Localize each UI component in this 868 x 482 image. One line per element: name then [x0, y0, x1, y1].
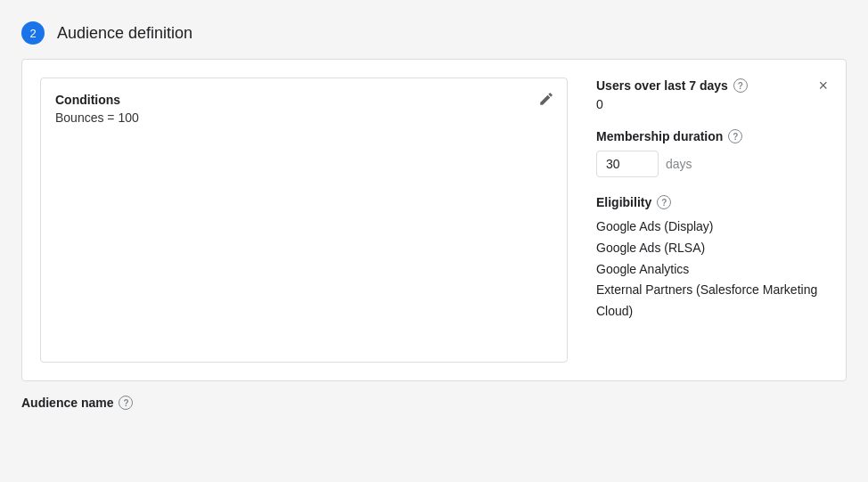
audience-definition-section: 2 Audience definition Conditions Bounces… [21, 21, 847, 410]
conditions-value: Bounces = 100 [55, 110, 553, 125]
section-title: Audience definition [57, 24, 192, 43]
eligibility-item: Google Analytics [596, 259, 828, 281]
eligibility-row: Eligibility ? Google Ads (Display)Google… [596, 195, 828, 323]
section-header: 2 Audience definition [21, 21, 847, 45]
users-label: Users over last 7 days [596, 78, 728, 93]
users-count: 0 [596, 97, 828, 111]
eligibility-label: Eligibility [596, 195, 651, 209]
conditions-label: Conditions [55, 93, 553, 107]
eligibility-item: External Partners (Salesforce Marketing … [596, 280, 828, 323]
step-badge: 2 [21, 21, 45, 45]
users-label-row: Users over last 7 days ? [596, 78, 748, 93]
users-row: Users over last 7 days ? × 0 [596, 78, 828, 111]
conditions-panel: Conditions Bounces = 100 [40, 78, 568, 363]
edit-button[interactable] [535, 87, 558, 113]
right-panel: Users over last 7 days ? × 0 Membership … [596, 78, 828, 363]
eligibility-help-icon[interactable]: ? [657, 195, 671, 209]
duration-input[interactable] [596, 151, 659, 177]
duration-input-row: days [596, 151, 828, 177]
eligibility-list: Google Ads (Display)Google Ads (RLSA)Goo… [596, 216, 828, 323]
audience-name-help-icon[interactable]: ? [119, 396, 133, 410]
eligibility-label-row: Eligibility ? [596, 195, 828, 209]
eligibility-item: Google Ads (RLSA) [596, 238, 828, 259]
membership-row: Membership duration ? days [596, 129, 828, 177]
membership-help-icon[interactable]: ? [728, 129, 742, 143]
eligibility-item: Google Ads (Display) [596, 216, 828, 238]
pencil-icon [538, 91, 554, 107]
users-close-button[interactable]: × [818, 78, 828, 94]
duration-unit: days [666, 157, 692, 171]
users-header: Users over last 7 days ? × [596, 78, 828, 94]
membership-label: Membership duration [596, 129, 723, 143]
users-help-icon[interactable]: ? [733, 78, 748, 93]
audience-name-label: Audience name [21, 396, 113, 410]
audience-card: Conditions Bounces = 100 Users over last… [21, 59, 847, 381]
membership-label-row: Membership duration ? [596, 129, 828, 143]
audience-name-row: Audience name ? [21, 396, 847, 410]
